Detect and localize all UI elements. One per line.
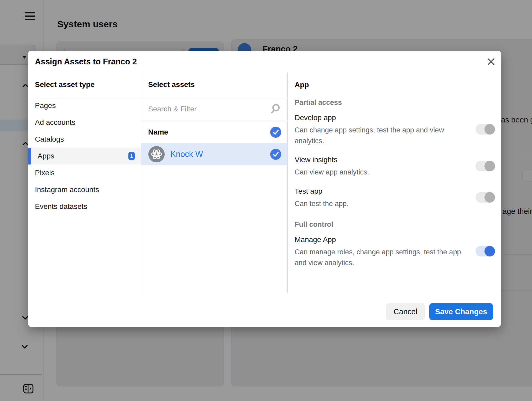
permission-description: Can change app settings, test the app an… bbox=[295, 125, 452, 146]
asset-type-pages[interactable]: Pages bbox=[28, 97, 141, 114]
permission-description: Can view app analytics. bbox=[295, 167, 452, 178]
assets-column: Select assets Name bbox=[141, 72, 288, 293]
toggle-manage-app[interactable] bbox=[476, 246, 495, 256]
toggle-view-insights[interactable] bbox=[476, 161, 495, 171]
permission-label-develop-app: Develop app bbox=[295, 114, 336, 122]
asset-search-row bbox=[141, 97, 287, 121]
asset-type-pixels[interactable]: Pixels bbox=[28, 164, 141, 181]
dialog-title: Assign Assets to Franco 2 bbox=[35, 57, 137, 66]
toggle-test-app[interactable] bbox=[476, 192, 495, 203]
asset-type-ad-accounts[interactable]: Ad accounts bbox=[28, 114, 141, 131]
asset-type-catalogs[interactable]: Catalogs bbox=[28, 131, 141, 148]
permission-label-test-app: Test app bbox=[295, 187, 322, 196]
toggle-develop-app[interactable] bbox=[476, 124, 495, 135]
asset-type-column: Select asset type Pages Ad accounts Cata… bbox=[28, 72, 141, 293]
assets-name-header-row[interactable]: Name bbox=[141, 121, 287, 143]
permissions-header: App bbox=[288, 72, 501, 97]
assign-assets-dialog: Assign Assets to Franco 2 Select asset t… bbox=[28, 51, 501, 327]
permissions-column: App Partial access Develop app Can chang… bbox=[288, 72, 501, 293]
section-title-full-control: Full control bbox=[295, 220, 333, 229]
permission-label-manage-app: Manage App bbox=[295, 235, 336, 244]
permission-description: Can test the app. bbox=[295, 198, 452, 209]
select-all-check-icon[interactable] bbox=[270, 127, 281, 138]
asset-type-events-datasets[interactable]: Events datasets bbox=[28, 198, 141, 215]
selected-count-badge: 1 bbox=[128, 152, 135, 160]
asset-type-apps[interactable]: Apps 1 bbox=[28, 148, 141, 164]
asset-type-instagram-accounts[interactable]: Instagram accounts bbox=[28, 181, 141, 198]
asset-selected-check-icon[interactable] bbox=[270, 149, 281, 160]
search-icon bbox=[270, 104, 280, 114]
asset-row-knock-w[interactable]: Knock W bbox=[141, 143, 287, 165]
close-button[interactable] bbox=[486, 57, 496, 66]
assets-header: Select assets bbox=[141, 72, 287, 97]
asset-type-header: Select asset type bbox=[28, 72, 141, 97]
app-icon bbox=[148, 146, 165, 162]
cancel-button[interactable]: Cancel bbox=[386, 303, 425, 320]
section-title-partial-access: Partial access bbox=[295, 99, 342, 107]
asset-name: Knock W bbox=[170, 150, 270, 159]
save-changes-button[interactable]: Save Changes bbox=[429, 303, 493, 320]
close-icon bbox=[487, 58, 495, 66]
permission-description: Can manage roles, change app settings, t… bbox=[295, 247, 469, 268]
search-input[interactable] bbox=[148, 105, 270, 113]
permission-label-view-insights: View insights bbox=[295, 156, 337, 164]
